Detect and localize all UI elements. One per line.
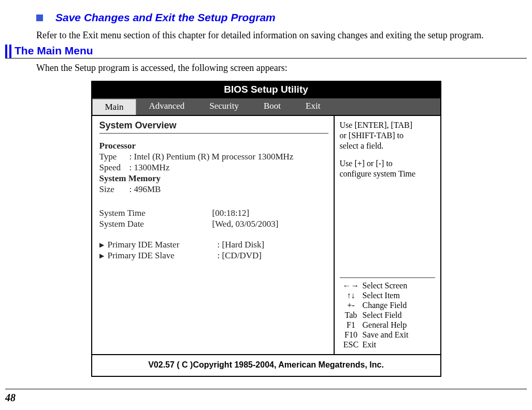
heading-accent-bars [5,45,11,58]
ide-master-label: Primary IDE Master [108,240,218,250]
size-value: : 496MB [130,184,161,195]
bios-footer-copyright: V02.57 ( C )Copyright 1985-2004, America… [92,354,440,376]
bios-left-panel: System Overview Processor Type : Intel (… [92,116,335,354]
bios-tabs: Main Advanced Security Boot Exit [92,98,440,116]
bios-tab-boot: Boot [251,98,293,115]
ide-slave-value: : [CD/DVD] [218,251,262,261]
bios-tab-security: Security [197,98,251,115]
help-command: Select Screen [363,281,408,290]
bullet-icon [36,14,43,21]
subsection-heading-text: Save Changes and Exit the Setup Program [55,11,276,24]
triangle-icon: ▶ [99,252,108,260]
speed-label: Speed [99,163,130,173]
bios-tab-exit: Exit [293,98,333,115]
type-label: Type [99,152,130,162]
speed-value: : 1300MHz [130,163,170,173]
help-command: Save and Exit [363,330,409,340]
help-command: Exit [363,340,377,349]
section-paragraph: When the Setup program is accessed, the … [36,63,527,74]
key-label: Tab [340,311,363,320]
system-date-label: System Date [99,219,212,229]
ide-master-value: : [Hard Disk] [218,240,265,250]
help-command: Select Field [363,311,402,320]
size-label: Size [99,184,130,195]
system-date-value: [Wed, 03/05/2003] [212,219,279,229]
page-footer-rule [5,389,527,389]
arrow-up-down-icon: ↑↓ [340,291,363,300]
help-command: Select Item [363,291,400,300]
help-text-line: or [SHIFT-TAB] to [340,130,435,141]
section-heading-bar: The Main Menu [5,45,527,58]
bios-title: BIOS Setup Utility [92,82,440,98]
page-number: 48 [5,392,16,404]
bios-tab-main: Main [92,99,137,115]
plus-minus-icon: +- [340,301,363,310]
ide-slave-label: Primary IDE Slave [108,251,218,261]
type-value: : Intel (R) Pentium (R) M processor 1300… [130,152,294,162]
processor-heading: Processor [99,141,328,151]
memory-heading: System Memory [99,173,328,184]
triangle-icon: ▶ [99,241,108,249]
subsection-paragraph: Refer to the Exit menu section of this c… [36,29,527,41]
subsection-heading: Save Changes and Exit the Setup Program [36,11,527,24]
key-label: F1 [340,320,363,330]
section-title: The Main Menu [11,45,93,58]
help-text-line: configure system Time [340,169,435,179]
help-command: General Help [363,320,407,330]
help-text-line: Use [+] or [-] to [340,158,435,169]
bios-tab-advanced: Advanced [136,98,197,115]
system-overview-label: System Overview [99,120,328,131]
help-text-line: Use [ENTER], [TAB] [340,120,435,130]
help-command: Change Field [363,301,407,310]
system-time-label: System Time [99,208,212,218]
help-text-line: select a field. [340,141,435,151]
system-time-value: [00:18:12] [212,208,250,218]
arrow-left-right-icon: ←→ [340,281,363,290]
key-label: ESC [340,340,363,349]
bios-right-panel: Use [ENTER], [TAB] or [SHIFT-TAB] to sel… [335,116,440,354]
bios-screenshot: BIOS Setup Utility Main Advanced Securit… [91,81,441,377]
key-label: F10 [340,330,363,340]
